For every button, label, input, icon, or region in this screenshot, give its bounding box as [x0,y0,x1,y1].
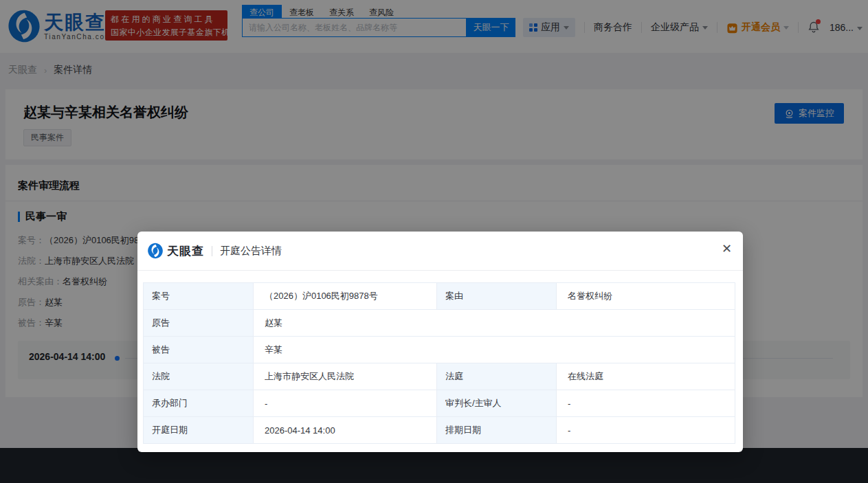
table-row: 承办部门 - 审判长/主审人 - [144,390,735,417]
table-label-cell: 案号 [144,283,254,310]
table-value-cell: - [557,417,735,444]
table-label-cell: 承办部门 [144,390,254,417]
tianyancha-swirl-icon [147,243,164,259]
table-row: 开庭日期 2026-04-14 14:00 排期日期 - [144,417,735,444]
table-label-cell: 被告 [144,337,254,363]
table-label-cell: 法院 [144,363,254,390]
table-row: 原告 赵某 [144,310,735,337]
modal-title: 开庭公告详情 [220,245,282,258]
table-label-cell: 审判长/主审人 [437,390,557,417]
table-value-cell: 赵某 [254,310,735,337]
table-value-cell: 辛某 [254,337,735,363]
table-value-cell: （2026）沪0106民初9878号 [254,283,437,310]
table-value-cell: 上海市静安区人民法院 [254,363,437,390]
table-label-cell: 原告 [144,310,254,337]
table-label-cell: 案由 [437,283,557,310]
hearing-detail-table: 案号 （2026）沪0106民初9878号 案由 名誉权纠纷 原告 赵某 被告 … [143,282,735,444]
table-label-cell: 法庭 [437,363,557,390]
modal-header: 天眼查 开庭公告详情 ✕ [137,232,743,271]
close-icon[interactable]: ✕ [722,243,732,255]
table-row: 案号 （2026）沪0106民初9878号 案由 名誉权纠纷 [144,283,735,310]
modal-brand-text: 天眼查 [167,243,204,259]
table-value-cell: - [254,390,437,417]
table-label-cell: 排期日期 [437,417,557,444]
table-value-cell: 2026-04-14 14:00 [254,417,437,444]
table-row: 法院 上海市静安区人民法院 法庭 在线法庭 [144,363,735,390]
table-value-cell: 名誉权纠纷 [557,283,735,310]
table-row: 被告 辛某 [144,337,735,363]
table-value-cell: - [557,390,735,417]
divider [212,246,212,256]
table-label-cell: 开庭日期 [144,417,254,444]
table-value-cell: 在线法庭 [557,363,735,390]
hearing-detail-modal: 天眼查 开庭公告详情 ✕ 案号 （2026）沪0106民初9878号 案由 名誉… [137,232,743,452]
